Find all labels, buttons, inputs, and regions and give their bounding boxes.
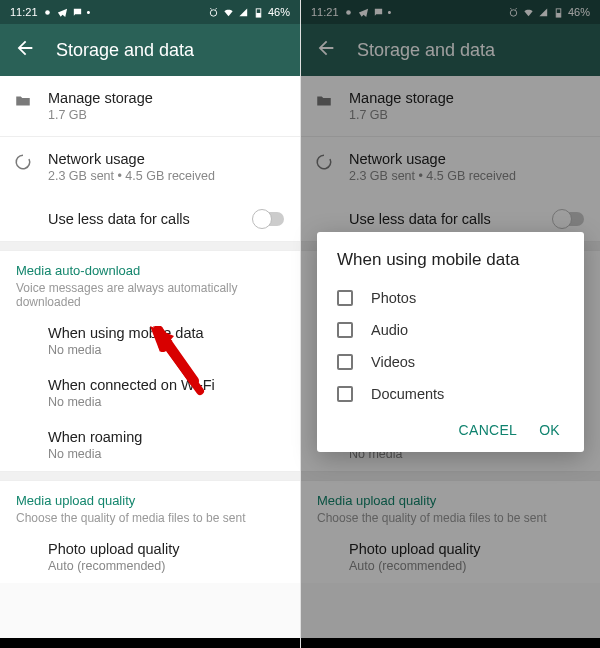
section-sub: Choose the quality of media files to be …	[16, 511, 284, 525]
checkbox[interactable]	[337, 290, 353, 306]
option-videos[interactable]: Videos	[337, 346, 564, 378]
cancel-button[interactable]: CANCEL	[459, 422, 518, 438]
wifi-title: When connected on Wi-Fi	[48, 377, 284, 393]
action-bar: Storage and data	[0, 24, 300, 76]
status-bar: 11:21 • 46%	[0, 0, 300, 24]
signal-icon	[238, 7, 249, 18]
section-title: Media auto-download	[16, 263, 284, 278]
wifi-sub: No media	[48, 395, 284, 409]
ok-button[interactable]: OK	[539, 422, 560, 438]
mobile-data-item[interactable]: When using mobile data No media	[0, 315, 300, 367]
data-usage-icon	[14, 153, 32, 171]
checkbox[interactable]	[337, 386, 353, 402]
checkbox[interactable]	[337, 322, 353, 338]
battery-icon	[253, 7, 264, 18]
roaming-title: When roaming	[48, 429, 284, 445]
page-title: Storage and data	[56, 40, 194, 61]
alarm-icon	[208, 7, 219, 18]
dot-icon: •	[87, 6, 91, 18]
nav-bar	[0, 638, 300, 648]
mobile-data-dialog: When using mobile data Photos Audio Vide…	[317, 232, 584, 452]
wifi-item[interactable]: When connected on Wi-Fi No media	[0, 367, 300, 419]
photo-quality-title: Photo upload quality	[48, 541, 284, 557]
option-documents[interactable]: Documents	[337, 378, 564, 410]
option-label: Documents	[371, 386, 444, 402]
roaming-sub: No media	[48, 447, 284, 461]
pane-settings: 11:21 • 46% Storage and data	[0, 0, 300, 648]
network-usage-title: Network usage	[48, 151, 284, 167]
divider	[0, 241, 300, 251]
arrow-back-icon	[14, 37, 36, 59]
option-audio[interactable]: Audio	[337, 314, 564, 346]
option-photos[interactable]: Photos	[337, 282, 564, 314]
mobile-data-title: When using mobile data	[48, 325, 284, 341]
photo-quality-item[interactable]: Photo upload quality Auto (recommended)	[0, 531, 300, 583]
divider	[0, 471, 300, 481]
option-label: Videos	[371, 354, 415, 370]
media-download-section: Media auto-download Voice messages are a…	[0, 251, 300, 315]
network-usage-row[interactable]: Network usage 2.3 GB sent • 4.5 GB recei…	[0, 136, 300, 197]
checkbox[interactable]	[337, 354, 353, 370]
section-sub: Voice messages are always automatically …	[16, 281, 284, 309]
svg-point-1	[210, 9, 216, 15]
manage-storage-title: Manage storage	[48, 90, 284, 106]
battery-pct: 46%	[268, 6, 290, 18]
photo-quality-sub: Auto (recommended)	[48, 559, 284, 573]
status-icon	[42, 7, 53, 18]
back-button[interactable]	[14, 37, 36, 63]
option-label: Photos	[371, 290, 416, 306]
roaming-item[interactable]: When roaming No media	[0, 419, 300, 471]
manage-storage-row[interactable]: Manage storage 1.7 GB	[0, 76, 300, 136]
chat-icon	[72, 7, 83, 18]
pane-dialog: 11:21 • 46% Storage and data	[300, 0, 600, 648]
network-usage-sub: 2.3 GB sent • 4.5 GB received	[48, 169, 284, 183]
mobile-data-sub: No media	[48, 343, 284, 357]
status-time: 11:21	[10, 6, 38, 18]
folder-icon	[14, 92, 32, 110]
less-data-title: Use less data for calls	[48, 211, 254, 227]
less-data-toggle[interactable]	[254, 212, 284, 226]
telegram-icon	[57, 7, 68, 18]
svg-point-0	[45, 10, 50, 15]
svg-rect-3	[256, 12, 261, 16]
manage-storage-sub: 1.7 GB	[48, 108, 284, 122]
wifi-icon	[223, 7, 234, 18]
option-label: Audio	[371, 322, 408, 338]
less-data-row[interactable]: Use less data for calls	[0, 197, 300, 241]
dialog-title: When using mobile data	[337, 250, 564, 270]
section-title: Media upload quality	[16, 493, 284, 508]
upload-quality-section: Media upload quality Choose the quality …	[0, 481, 300, 531]
